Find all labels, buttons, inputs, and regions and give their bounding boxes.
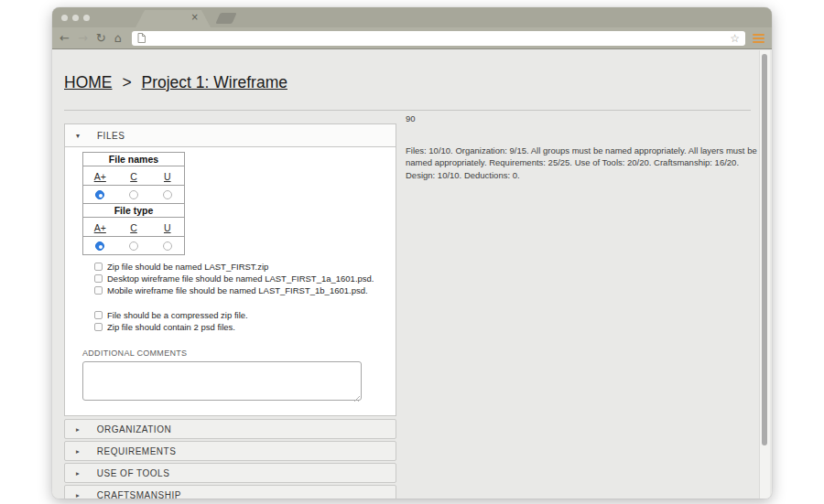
grade-table-file-names: File names A+ C U bbox=[82, 152, 185, 204]
checklist-item: Zip file should contain 2 psd files. bbox=[94, 321, 396, 333]
grade-tables: File names A+ C U bbox=[82, 147, 396, 255]
checkbox[interactable] bbox=[94, 311, 103, 319]
page-content: HOME > Project 1: Wireframe 90 Files: 10… bbox=[52, 50, 772, 499]
grade-link-aplus[interactable]: A+ bbox=[94, 222, 106, 233]
breadcrumb-separator: > bbox=[122, 73, 131, 91]
checkbox[interactable] bbox=[94, 323, 103, 331]
browser-toolbar: ← → ↻ ⌂ ☆ bbox=[52, 27, 772, 49]
checklist-item: Desktop wireframe file should be named L… bbox=[94, 273, 396, 284]
files-section-body: File names A+ C U bbox=[64, 147, 396, 416]
collapsed-triangle-icon: ▸ bbox=[76, 447, 80, 456]
collapsed-triangle-icon: ▸ bbox=[76, 491, 80, 499]
section-header-craftsmanship[interactable]: ▸ CRAFTSMANSHIP bbox=[64, 485, 396, 499]
checklist-item: Mobile wireframe file should be named LA… bbox=[94, 284, 396, 296]
home-icon[interactable]: ⌂ bbox=[114, 32, 122, 44]
checkbox[interactable] bbox=[94, 263, 103, 271]
hamburger-bar bbox=[753, 41, 764, 43]
section-label: REQUIREMENTS bbox=[97, 446, 177, 456]
section-label: FILES bbox=[97, 131, 125, 141]
grade-table-title: File type bbox=[83, 204, 185, 218]
additional-comments-input[interactable] bbox=[82, 361, 362, 401]
rubric-accordion: ▾ FILES File names A+ C U bbox=[64, 123, 396, 499]
section-label: ORGANIZATION bbox=[97, 424, 171, 434]
section-header-use-of-tools[interactable]: ▸ USE OF TOOLS bbox=[64, 463, 396, 483]
browser-window: × ← → ↻ ⌂ ☆ bbox=[52, 7, 772, 499]
grade-link-aplus[interactable]: A+ bbox=[94, 171, 106, 182]
section-header-requirements[interactable]: ▸ REQUIREMENTS bbox=[64, 441, 396, 461]
radio-aplus-selected[interactable] bbox=[95, 190, 104, 199]
checkbox-label: Zip file should contain 2 psd files. bbox=[107, 322, 235, 332]
checklist-naming: Zip file should be named LAST_FIRST.zip … bbox=[94, 261, 396, 296]
hamburger-bar bbox=[753, 38, 764, 39]
checkbox-label: Desktop wireframe file should be named L… bbox=[107, 273, 374, 284]
checklist-item: Zip file should be named LAST_FIRST.zip bbox=[94, 261, 396, 273]
window-minimize-button[interactable] bbox=[72, 15, 79, 21]
bookmark-star-icon[interactable]: ☆ bbox=[730, 32, 740, 45]
section-label: USE OF TOOLS bbox=[97, 468, 170, 478]
page-scrollbar-thumb[interactable] bbox=[762, 54, 767, 445]
grade-table-title: File names bbox=[83, 153, 185, 166]
checkbox-label: Zip file should be named LAST_FIRST.zip bbox=[107, 262, 268, 272]
grade-table-file-type: File type A+ C U bbox=[82, 203, 185, 255]
grade-link-c[interactable]: C bbox=[130, 171, 137, 182]
breadcrumb: HOME > Project 1: Wireframe bbox=[64, 73, 287, 92]
page-document-icon bbox=[137, 33, 146, 43]
radio-u[interactable] bbox=[163, 190, 172, 199]
page-scrollbar-track[interactable] bbox=[759, 50, 770, 499]
collapsed-triangle-icon: ▸ bbox=[76, 469, 80, 477]
address-bar[interactable]: ☆ bbox=[132, 31, 745, 46]
breadcrumb-home-link[interactable]: HOME bbox=[64, 73, 113, 91]
hamburger-bar bbox=[753, 34, 764, 36]
expanded-triangle-icon: ▾ bbox=[76, 132, 80, 140]
checkbox[interactable] bbox=[94, 274, 103, 283]
collapsed-triangle-icon: ▸ bbox=[76, 425, 80, 434]
address-input[interactable] bbox=[150, 33, 730, 44]
checkbox-label: Mobile wireframe file should be named LA… bbox=[107, 285, 368, 295]
section-label: CRAFTSMANSHIP bbox=[97, 490, 181, 499]
radio-c[interactable] bbox=[129, 241, 138, 251]
grade-link-u[interactable]: U bbox=[164, 171, 171, 182]
grade-link-u[interactable]: U bbox=[164, 222, 171, 233]
tab-close-icon[interactable]: × bbox=[191, 12, 199, 22]
back-icon[interactable]: ← bbox=[60, 32, 70, 44]
radio-c[interactable] bbox=[129, 190, 138, 199]
grade-summary-text: Files: 10/10. Organization: 9/15. All gr… bbox=[406, 145, 757, 181]
header-divider bbox=[64, 110, 751, 111]
window-zoom-button[interactable] bbox=[83, 15, 90, 21]
score-value: 90 bbox=[406, 113, 416, 123]
grade-link-c[interactable]: C bbox=[130, 222, 137, 233]
radio-aplus-selected[interactable] bbox=[95, 241, 104, 251]
additional-comments-label: ADDITIONAL COMMENTS bbox=[82, 349, 396, 358]
checkbox[interactable] bbox=[94, 286, 103, 295]
forward-icon[interactable]: → bbox=[78, 32, 88, 44]
screenshot-stage: × ← → ↻ ⌂ ☆ bbox=[0, 0, 824, 504]
reload-icon[interactable]: ↻ bbox=[96, 32, 106, 44]
checkbox-label: File should be a compressed zip file. bbox=[107, 310, 248, 320]
comments-textarea-wrap bbox=[82, 361, 362, 404]
checklist-item: File should be a compressed zip file. bbox=[94, 309, 396, 321]
window-close-button[interactable] bbox=[61, 15, 68, 21]
new-tab-button[interactable] bbox=[215, 13, 236, 24]
browser-tab[interactable]: × bbox=[136, 10, 211, 27]
section-header-organization[interactable]: ▸ ORGANIZATION bbox=[64, 419, 396, 439]
checklist-filetype: File should be a compressed zip file. Zi… bbox=[94, 309, 396, 333]
menu-hamburger-icon[interactable] bbox=[753, 34, 764, 43]
browser-tabstrip: × bbox=[52, 7, 772, 27]
breadcrumb-current-link[interactable]: Project 1: Wireframe bbox=[141, 73, 287, 91]
radio-u[interactable] bbox=[163, 241, 172, 251]
section-header-files[interactable]: ▾ FILES bbox=[64, 123, 396, 147]
